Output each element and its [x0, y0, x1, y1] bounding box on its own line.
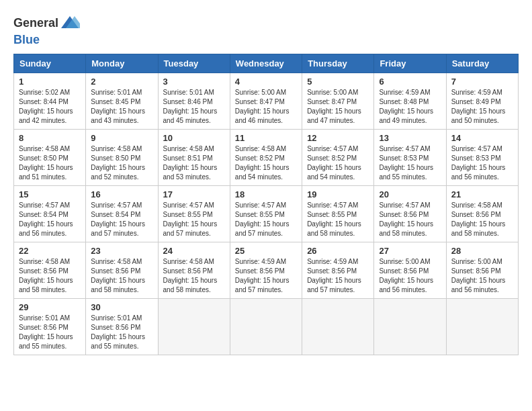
day-detail: Sunrise: 4:57 AMSunset: 8:56 PMDaylight:…	[379, 201, 441, 238]
day-detail: Sunrise: 4:57 AMSunset: 8:55 PMDaylight:…	[235, 201, 297, 238]
day-number: 21	[451, 189, 513, 199]
calendar-day-cell: 1 Sunrise: 5:02 AMSunset: 8:44 PMDayligh…	[14, 73, 86, 129]
calendar-day-cell: 26 Sunrise: 4:59 AMSunset: 8:56 PMDaylig…	[302, 242, 374, 298]
calendar-week-row: 8 Sunrise: 4:58 AMSunset: 8:50 PMDayligh…	[14, 129, 519, 185]
day-number: 1	[19, 77, 81, 87]
day-number: 20	[379, 189, 441, 199]
calendar-table: SundayMondayTuesdayWednesdayThursdayFrid…	[13, 54, 519, 355]
calendar-day-cell: 22 Sunrise: 4:58 AMSunset: 8:56 PMDaylig…	[14, 242, 86, 298]
calendar-day-cell	[446, 298, 518, 355]
calendar-day-cell: 29 Sunrise: 5:01 AMSunset: 8:56 PMDaylig…	[14, 298, 86, 355]
day-detail: Sunrise: 5:01 AMSunset: 8:56 PMDaylight:…	[19, 314, 81, 351]
day-detail: Sunrise: 4:58 AMSunset: 8:56 PMDaylight:…	[163, 257, 225, 295]
logo-text: General	[13, 13, 81, 34]
day-number: 7	[451, 77, 513, 87]
calendar-day-cell: 10 Sunrise: 4:58 AMSunset: 8:51 PMDaylig…	[158, 129, 230, 185]
calendar-day-cell: 16 Sunrise: 4:57 AMSunset: 8:54 PMDaylig…	[86, 185, 158, 242]
day-detail: Sunrise: 5:00 AMSunset: 8:47 PMDaylight:…	[235, 88, 297, 126]
calendar-day-cell	[158, 298, 230, 355]
day-detail: Sunrise: 4:57 AMSunset: 8:55 PMDaylight:…	[163, 201, 225, 238]
calendar-day-cell: 20 Sunrise: 4:57 AMSunset: 8:56 PMDaylig…	[374, 185, 446, 242]
weekday-header-cell: Sunday	[14, 54, 86, 73]
calendar-day-cell: 4 Sunrise: 5:00 AMSunset: 8:47 PMDayligh…	[230, 73, 302, 129]
day-detail: Sunrise: 5:00 AMSunset: 8:47 PMDaylight:…	[307, 88, 369, 126]
calendar-day-cell: 8 Sunrise: 4:58 AMSunset: 8:50 PMDayligh…	[14, 129, 86, 185]
day-detail: Sunrise: 4:57 AMSunset: 8:55 PMDaylight:…	[307, 201, 369, 238]
day-number: 28	[451, 246, 513, 256]
calendar-body: 1 Sunrise: 5:02 AMSunset: 8:44 PMDayligh…	[14, 73, 519, 355]
calendar-day-cell: 2 Sunrise: 5:01 AMSunset: 8:45 PMDayligh…	[86, 73, 158, 129]
calendar-day-cell: 5 Sunrise: 5:00 AMSunset: 8:47 PMDayligh…	[302, 73, 374, 129]
day-detail: Sunrise: 4:58 AMSunset: 8:56 PMDaylight:…	[91, 257, 152, 295]
day-number: 29	[19, 302, 81, 312]
day-detail: Sunrise: 4:59 AMSunset: 8:56 PMDaylight:…	[235, 257, 297, 295]
weekday-header-cell: Thursday	[302, 54, 374, 73]
weekday-header-cell: Saturday	[446, 54, 518, 73]
day-number: 9	[91, 133, 152, 143]
day-detail: Sunrise: 4:58 AMSunset: 8:51 PMDaylight:…	[163, 144, 225, 182]
day-detail: Sunrise: 4:58 AMSunset: 8:56 PMDaylight:…	[19, 257, 81, 295]
day-detail: Sunrise: 4:57 AMSunset: 8:54 PMDaylight:…	[91, 201, 152, 238]
calendar-day-cell	[374, 298, 446, 355]
calendar-day-cell	[302, 298, 374, 355]
calendar-day-cell: 15 Sunrise: 4:57 AMSunset: 8:54 PMDaylig…	[14, 185, 86, 242]
day-number: 6	[379, 77, 441, 87]
weekday-header-row: SundayMondayTuesdayWednesdayThursdayFrid…	[14, 54, 519, 73]
day-detail: Sunrise: 4:57 AMSunset: 8:52 PMDaylight:…	[307, 144, 369, 182]
calendar-day-cell: 7 Sunrise: 4:59 AMSunset: 8:49 PMDayligh…	[446, 73, 518, 129]
day-number: 4	[235, 77, 297, 87]
calendar-day-cell: 18 Sunrise: 4:57 AMSunset: 8:55 PMDaylig…	[230, 185, 302, 242]
day-number: 25	[235, 246, 297, 256]
day-detail: Sunrise: 4:58 AMSunset: 8:50 PMDaylight:…	[91, 144, 152, 182]
day-detail: Sunrise: 4:59 AMSunset: 8:49 PMDaylight:…	[451, 88, 513, 126]
calendar-day-cell: 11 Sunrise: 4:58 AMSunset: 8:52 PMDaylig…	[230, 129, 302, 185]
weekday-header-cell: Tuesday	[158, 54, 230, 73]
day-number: 16	[91, 189, 152, 199]
calendar-day-cell: 9 Sunrise: 4:58 AMSunset: 8:50 PMDayligh…	[86, 129, 158, 185]
weekday-header-cell: Friday	[374, 54, 446, 73]
weekday-header-cell: Wednesday	[230, 54, 302, 73]
day-detail: Sunrise: 4:57 AMSunset: 8:54 PMDaylight:…	[19, 201, 81, 238]
day-detail: Sunrise: 5:00 AMSunset: 8:56 PMDaylight:…	[451, 257, 513, 295]
page-header: General Blue	[13, 13, 519, 47]
calendar-day-cell: 21 Sunrise: 4:58 AMSunset: 8:56 PMDaylig…	[446, 185, 518, 242]
day-detail: Sunrise: 5:01 AMSunset: 8:45 PMDaylight:…	[91, 88, 152, 126]
day-number: 23	[91, 246, 152, 256]
calendar-week-row: 29 Sunrise: 5:01 AMSunset: 8:56 PMDaylig…	[14, 298, 519, 355]
calendar-day-cell: 14 Sunrise: 4:57 AMSunset: 8:53 PMDaylig…	[446, 129, 518, 185]
day-number: 15	[19, 189, 81, 199]
day-number: 27	[379, 246, 441, 256]
day-number: 5	[307, 77, 369, 87]
day-number: 30	[91, 302, 152, 312]
day-number: 10	[163, 133, 225, 143]
day-detail: Sunrise: 5:01 AMSunset: 8:56 PMDaylight:…	[91, 314, 152, 351]
calendar-day-cell: 19 Sunrise: 4:57 AMSunset: 8:55 PMDaylig…	[302, 185, 374, 242]
calendar-day-cell: 17 Sunrise: 4:57 AMSunset: 8:55 PMDaylig…	[158, 185, 230, 242]
calendar-day-cell: 12 Sunrise: 4:57 AMSunset: 8:52 PMDaylig…	[302, 129, 374, 185]
day-detail: Sunrise: 5:00 AMSunset: 8:56 PMDaylight:…	[379, 257, 441, 295]
day-number: 14	[451, 133, 513, 143]
calendar-week-row: 22 Sunrise: 4:58 AMSunset: 8:56 PMDaylig…	[14, 242, 519, 298]
day-detail: Sunrise: 4:58 AMSunset: 8:56 PMDaylight:…	[451, 201, 513, 238]
day-detail: Sunrise: 4:57 AMSunset: 8:53 PMDaylight:…	[379, 144, 441, 182]
day-detail: Sunrise: 4:58 AMSunset: 8:50 PMDaylight:…	[19, 144, 81, 182]
calendar-week-row: 15 Sunrise: 4:57 AMSunset: 8:54 PMDaylig…	[14, 185, 519, 242]
day-number: 12	[307, 133, 369, 143]
calendar-day-cell: 25 Sunrise: 4:59 AMSunset: 8:56 PMDaylig…	[230, 242, 302, 298]
day-number: 18	[235, 189, 297, 199]
calendar-day-cell: 13 Sunrise: 4:57 AMSunset: 8:53 PMDaylig…	[374, 129, 446, 185]
logo: General Blue	[13, 13, 81, 47]
day-number: 2	[91, 77, 152, 87]
calendar-day-cell: 3 Sunrise: 5:01 AMSunset: 8:46 PMDayligh…	[158, 73, 230, 129]
day-number: 8	[19, 133, 81, 143]
day-number: 17	[163, 189, 225, 199]
calendar-day-cell	[230, 298, 302, 355]
calendar-day-cell: 28 Sunrise: 5:00 AMSunset: 8:56 PMDaylig…	[446, 242, 518, 298]
calendar-day-cell: 24 Sunrise: 4:58 AMSunset: 8:56 PMDaylig…	[158, 242, 230, 298]
day-detail: Sunrise: 5:01 AMSunset: 8:46 PMDaylight:…	[163, 88, 225, 126]
day-detail: Sunrise: 5:02 AMSunset: 8:44 PMDaylight:…	[19, 88, 81, 126]
day-detail: Sunrise: 4:57 AMSunset: 8:53 PMDaylight:…	[451, 144, 513, 182]
day-number: 11	[235, 133, 297, 143]
calendar-day-cell: 6 Sunrise: 4:59 AMSunset: 8:48 PMDayligh…	[374, 73, 446, 129]
day-number: 13	[379, 133, 441, 143]
